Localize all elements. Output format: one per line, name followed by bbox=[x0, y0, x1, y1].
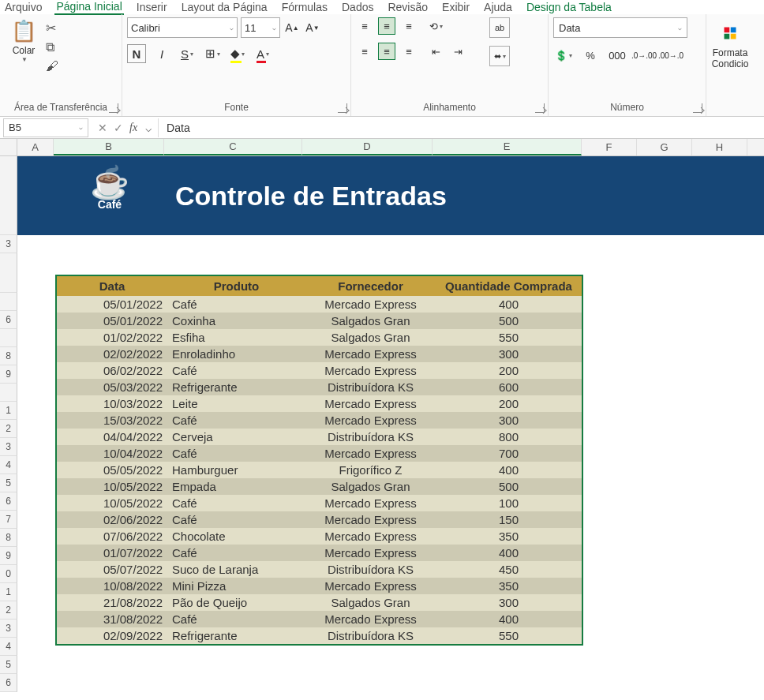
row-header[interactable]: 6 bbox=[0, 492, 17, 511]
row-header[interactable]: 9 bbox=[0, 547, 17, 565]
row-header[interactable]: 5 bbox=[0, 656, 17, 674]
italic-button[interactable]: I bbox=[152, 44, 171, 63]
table-row[interactable]: 01/02/2022EsfihaSalgados Gran550 bbox=[57, 329, 582, 346]
cut-icon[interactable]: ✂ bbox=[46, 21, 58, 36]
number-format-select[interactable]: Data ⌵ bbox=[553, 17, 687, 38]
cell-quantidade[interactable]: 400 bbox=[436, 462, 582, 478]
copy-icon[interactable]: ⧉ bbox=[46, 40, 58, 54]
tab-dados[interactable]: Dados bbox=[340, 1, 375, 13]
cell-data[interactable]: 10/05/2022 bbox=[57, 495, 167, 511]
row-header[interactable]: 8 bbox=[0, 529, 17, 547]
cell-data[interactable]: 07/06/2022 bbox=[57, 528, 167, 545]
col-header-D[interactable]: D bbox=[302, 139, 433, 155]
cell-produto[interactable]: Café bbox=[167, 445, 305, 462]
tab-layout[interactable]: Layout da Página bbox=[180, 1, 269, 13]
table-row[interactable]: 10/08/2022Mini PizzaMercado Express350 bbox=[57, 578, 582, 594]
cell-fornecedor[interactable]: Salgados Gran bbox=[305, 594, 436, 611]
cell-quantidade[interactable]: 100 bbox=[436, 495, 582, 511]
cell-quantidade[interactable]: 150 bbox=[436, 511, 582, 528]
cell-quantidade[interactable]: 600 bbox=[436, 379, 582, 395]
cell-fornecedor[interactable]: Mercado Express bbox=[305, 362, 436, 379]
cell-quantidade[interactable]: 300 bbox=[436, 412, 582, 429]
decrease-font-icon[interactable]: A▼ bbox=[304, 17, 321, 38]
increase-indent-icon[interactable]: ⇥ bbox=[449, 43, 466, 60]
cell-fornecedor[interactable]: Mercado Express bbox=[305, 346, 436, 362]
cell-produto[interactable]: Coxinha bbox=[167, 313, 305, 329]
cell-data[interactable]: 05/07/2022 bbox=[57, 561, 167, 578]
cell-data[interactable]: 01/02/2022 bbox=[57, 329, 167, 346]
row-header[interactable] bbox=[0, 384, 17, 402]
cell-data[interactable]: 10/04/2022 bbox=[57, 445, 167, 462]
table-row[interactable]: 02/09/2022RefrigeranteDistribuídora KS55… bbox=[57, 627, 582, 644]
row-header[interactable]: 1 bbox=[0, 583, 17, 601]
row-header[interactable]: 2 bbox=[0, 420, 17, 438]
align-top-icon[interactable]: ≡ bbox=[356, 17, 373, 35]
font-name-select[interactable]: Calibri ⌵ bbox=[127, 17, 238, 38]
cell-produto[interactable]: Leite bbox=[167, 395, 305, 412]
cell-quantidade[interactable]: 450 bbox=[436, 561, 582, 578]
cell-quantidade[interactable]: 550 bbox=[436, 329, 582, 346]
tab-revisao[interactable]: Revisão bbox=[386, 1, 429, 13]
cell-quantidade[interactable]: 400 bbox=[436, 296, 582, 313]
row-header[interactable]: 1 bbox=[0, 402, 17, 420]
cell-fornecedor[interactable]: Mercado Express bbox=[305, 611, 436, 627]
cell-fornecedor[interactable]: Distribuídora KS bbox=[305, 379, 436, 395]
table-row[interactable]: 02/06/2022CaféMercado Express150 bbox=[57, 511, 582, 528]
cell-data[interactable]: 04/04/2022 bbox=[57, 429, 167, 445]
col-header-A[interactable]: A bbox=[17, 139, 54, 155]
col-header-C[interactable]: C bbox=[164, 139, 302, 155]
comma-format-icon[interactable]: 000 bbox=[607, 46, 627, 65]
cell-produto[interactable]: Empada bbox=[167, 478, 305, 495]
cell-data[interactable]: 05/01/2022 bbox=[57, 313, 167, 329]
cell-produto[interactable]: Café bbox=[167, 511, 305, 528]
dialog-launcher-icon[interactable] bbox=[338, 103, 347, 113]
conditional-formatting-button[interactable]: Formata Condicio bbox=[711, 17, 749, 71]
cell-fornecedor[interactable]: Distribuídora KS bbox=[305, 561, 436, 578]
bold-button[interactable]: N bbox=[127, 44, 146, 63]
col-header-E[interactable]: E bbox=[433, 139, 582, 155]
row-header[interactable]: 6 bbox=[0, 674, 17, 692]
tab-design-tabela[interactable]: Design da Tabela bbox=[525, 1, 613, 13]
cell-fornecedor[interactable]: Mercado Express bbox=[305, 545, 436, 561]
cell-fornecedor[interactable]: Mercado Express bbox=[305, 511, 436, 528]
cells-area[interactable]: ☕ Café Controle de Entradas Data Produto… bbox=[17, 156, 764, 692]
row-header[interactable]: 9 bbox=[0, 365, 17, 384]
dialog-launcher-icon[interactable] bbox=[109, 103, 118, 113]
increase-font-icon[interactable]: A▲ bbox=[283, 17, 301, 38]
row-header[interactable] bbox=[0, 156, 17, 235]
decrease-decimal-icon[interactable]: .00→.0 bbox=[661, 46, 681, 65]
cell-produto[interactable]: Refrigerante bbox=[167, 627, 305, 644]
accounting-format-icon[interactable]: 💲▾ bbox=[553, 46, 574, 65]
table-row[interactable]: 21/08/2022Pão de QueijoSalgados Gran300 bbox=[57, 594, 582, 611]
table-row[interactable]: 10/03/2022LeiteMercado Express200 bbox=[57, 395, 582, 412]
table-row[interactable]: 04/04/2022CervejaDistribuídora KS800 bbox=[57, 429, 582, 445]
cell-quantidade[interactable]: 350 bbox=[436, 528, 582, 545]
wrap-text-button[interactable]: ab bbox=[489, 17, 510, 38]
row-header[interactable]: 8 bbox=[0, 347, 17, 365]
cell-quantidade[interactable]: 550 bbox=[436, 627, 582, 644]
cell-produto[interactable]: Suco de Laranja bbox=[167, 561, 305, 578]
tab-inserir[interactable]: Inserir bbox=[135, 1, 169, 13]
cell-data[interactable]: 05/03/2022 bbox=[57, 379, 167, 395]
cell-data[interactable]: 02/02/2022 bbox=[57, 346, 167, 362]
cell-fornecedor[interactable]: Mercado Express bbox=[305, 528, 436, 545]
table-row[interactable]: 06/02/2022CaféMercado Express200 bbox=[57, 362, 582, 379]
cell-data[interactable]: 05/05/2022 bbox=[57, 462, 167, 478]
increase-decimal-icon[interactable]: .0→.00 bbox=[634, 46, 654, 65]
tab-formulas[interactable]: Fórmulas bbox=[280, 1, 329, 13]
col-header-G[interactable]: G bbox=[637, 139, 692, 155]
cell-quantidade[interactable]: 500 bbox=[436, 313, 582, 329]
tab-pagina-inicial[interactable]: Página Inicial bbox=[54, 0, 123, 15]
cell-data[interactable]: 01/07/2022 bbox=[57, 545, 167, 561]
format-painter-icon[interactable]: 🖌 bbox=[46, 59, 58, 73]
table-row[interactable]: 05/01/2022CoxinhaSalgados Gran500 bbox=[57, 313, 582, 329]
cell-produto[interactable]: Mini Pizza bbox=[167, 578, 305, 594]
cell-quantidade[interactable]: 300 bbox=[436, 346, 582, 362]
cell-quantidade[interactable]: 800 bbox=[436, 429, 582, 445]
font-size-select[interactable]: 11 ⌵ bbox=[241, 17, 280, 38]
cell-produto[interactable]: Chocolate bbox=[167, 528, 305, 545]
cell-produto[interactable]: Cerveja bbox=[167, 429, 305, 445]
cell-data[interactable]: 15/03/2022 bbox=[57, 412, 167, 429]
cell-data[interactable]: 21/08/2022 bbox=[57, 594, 167, 611]
tab-ajuda[interactable]: Ajuda bbox=[482, 1, 514, 13]
